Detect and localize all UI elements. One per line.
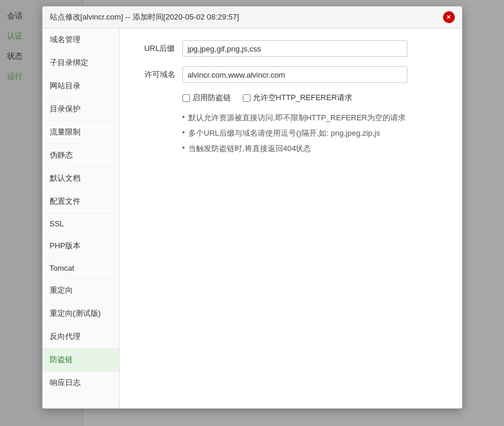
sidebar-item-hotlink-protection[interactable]: 防盗链 xyxy=(43,348,119,371)
url-suffix-label: URL后缀 xyxy=(134,43,175,54)
info-list-item-1: • 默认允许资源被直接访问,即不限制HTTP_REFERER为空的请求 xyxy=(182,113,448,123)
sidebar-item-config-file[interactable]: 配置文件 xyxy=(43,190,119,213)
sidebar-item-default-doc[interactable]: 默认文档 xyxy=(43,167,119,190)
sidebar-item-reverse-proxy[interactable]: 反向代理 xyxy=(43,325,119,348)
modal-overlay: 站点修改[alvincr.com] -- 添加时间[2020-05-02 08:… xyxy=(0,0,504,426)
bullet-2: • xyxy=(182,128,185,137)
sidebar-item-access-log[interactable]: 响应日志 xyxy=(43,371,119,395)
modal-body: 域名管理 子目录绑定 网站目录 目录保护 流量限制 伪静态 默认文档 配置文件 … xyxy=(43,28,462,408)
allowed-domains-input[interactable] xyxy=(182,66,407,83)
url-suffix-row: URL后缀 xyxy=(134,40,448,57)
hotlink-checkbox-text: 启用防盗链 xyxy=(192,92,231,103)
allow-empty-referer-checkbox-label[interactable]: 允许空HTTP_REFERER请求 xyxy=(243,92,352,103)
sidebar-item-php-version[interactable]: PHP版本 xyxy=(43,235,119,258)
sidebar-item-traffic-limit[interactable]: 流量限制 xyxy=(43,121,119,144)
sidebar-item-website-dir[interactable]: 网站目录 xyxy=(43,75,119,98)
info-list-item-2: • 多个URL后缀与域名请使用逗号()隔开,如: png,jpeg,zip,js xyxy=(182,128,448,139)
info-text-1: 默认允许资源被直接访问,即不限制HTTP_REFERER为空的请求 xyxy=(188,113,406,123)
hotlink-checkbox[interactable] xyxy=(182,94,190,102)
modal-sidebar: 域名管理 子目录绑定 网站目录 目录保护 流量限制 伪静态 默认文档 配置文件 … xyxy=(43,28,120,408)
bullet-3: • xyxy=(182,143,185,152)
allowed-domains-row: 许可域名 xyxy=(134,66,448,83)
info-list-item-3: • 当触发防盗链时,将直接返回404状态 xyxy=(182,143,448,154)
allow-empty-referer-checkbox[interactable] xyxy=(243,94,251,102)
sidebar-item-tomcat[interactable]: Tomcat xyxy=(43,258,119,279)
url-suffix-input[interactable] xyxy=(182,40,407,57)
info-text-3: 当触发防盗链时,将直接返回404状态 xyxy=(188,143,311,154)
sidebar-item-dir-protection[interactable]: 目录保护 xyxy=(43,98,119,121)
checkbox-row: 启用防盗链 允许空HTTP_REFERER请求 xyxy=(182,92,448,103)
sidebar-item-pseudo-static[interactable]: 伪静态 xyxy=(43,144,119,167)
modal-titlebar: 站点修改[alvincr.com] -- 添加时间[2020-05-02 08:… xyxy=(43,7,462,28)
hotlink-checkbox-label[interactable]: 启用防盗链 xyxy=(182,92,231,103)
modal-main-content: URL后缀 许可域名 启用防盗链 允许空HTTP_REFE xyxy=(120,28,462,408)
modal-close-button[interactable]: × xyxy=(443,11,455,23)
sidebar-item-ssl[interactable]: SSL xyxy=(43,213,119,235)
sidebar-item-redirect[interactable]: 重定向 xyxy=(43,279,119,302)
sidebar-item-domain-management[interactable]: 域名管理 xyxy=(43,28,119,52)
sidebar-item-redirect-test[interactable]: 重定向(测试版) xyxy=(43,302,119,325)
allowed-domains-label: 许可域名 xyxy=(134,69,175,80)
modal-dialog: 站点修改[alvincr.com] -- 添加时间[2020-05-02 08:… xyxy=(42,6,463,409)
allow-empty-referer-text: 允许空HTTP_REFERER请求 xyxy=(253,92,352,103)
sidebar-item-subdir-binding[interactable]: 子目录绑定 xyxy=(43,52,119,75)
info-text-2: 多个URL后缀与域名请使用逗号()隔开,如: png,jpeg,zip,js xyxy=(188,128,380,139)
modal-title: 站点修改[alvincr.com] -- 添加时间[2020-05-02 08:… xyxy=(50,12,239,23)
info-list: • 默认允许资源被直接访问,即不限制HTTP_REFERER为空的请求 • 多个… xyxy=(182,113,448,154)
bullet-1: • xyxy=(182,113,185,121)
